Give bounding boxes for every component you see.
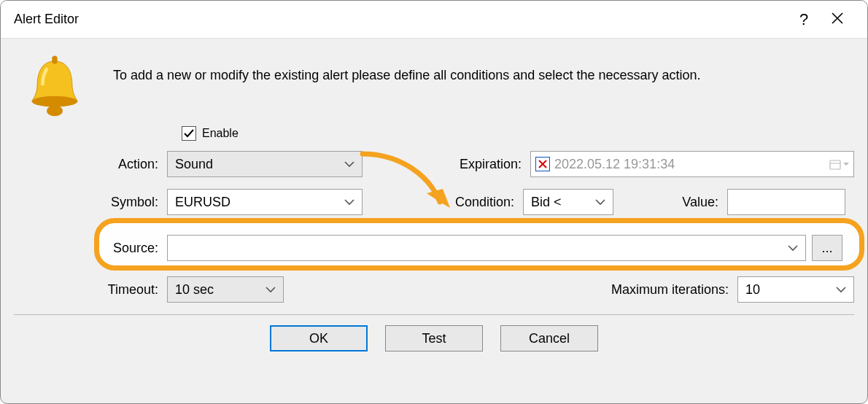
separator	[14, 314, 854, 315]
chevron-down-icon	[266, 286, 276, 293]
timeout-select[interactable]: 10 sec	[167, 276, 284, 303]
close-button[interactable]	[821, 3, 854, 36]
max-iterations-label: Maximum iterations:	[611, 282, 737, 298]
description-text: To add a new or modify the existing aler…	[113, 52, 700, 83]
value-label: Value:	[613, 195, 727, 210]
svg-rect-2	[52, 56, 57, 64]
symbol-label: Symbol:	[28, 195, 167, 210]
timeout-label: Timeout:	[28, 282, 167, 298]
titlebar: Alert Editor ?	[1, 1, 867, 39]
window-title: Alert Editor	[14, 12, 79, 27]
ellipsis-icon: ...	[821, 241, 832, 256]
bell-icon	[21, 52, 88, 119]
test-button[interactable]: Test	[385, 325, 483, 351]
ok-button[interactable]: OK	[270, 325, 368, 351]
dialog-content: To add a new or modify the existing aler…	[1, 39, 867, 362]
symbol-value: EURUSD	[175, 195, 230, 210]
timeout-value: 10 sec	[175, 282, 214, 298]
svg-point-0	[47, 106, 63, 117]
max-iterations-value: 10	[745, 282, 760, 298]
action-label: Action:	[28, 157, 167, 172]
chevron-down-icon	[344, 160, 354, 168]
source-label: Source:	[28, 241, 167, 256]
condition-select[interactable]: Bid <	[523, 189, 613, 215]
expiration-field[interactable]: 2022.05.12 19:31:34	[530, 151, 854, 177]
expiration-label: Expiration:	[363, 157, 530, 172]
x-icon	[538, 159, 548, 169]
close-icon	[831, 10, 844, 29]
max-iterations-select[interactable]: 10	[737, 276, 854, 303]
value-input[interactable]	[727, 189, 845, 215]
condition-value: Bid <	[531, 195, 562, 210]
enable-checkbox[interactable]	[182, 126, 196, 141]
condition-label: Condition:	[363, 195, 523, 210]
clear-expiration-button[interactable]	[535, 157, 550, 171]
symbol-select[interactable]: EURUSD	[167, 189, 363, 215]
help-icon: ?	[799, 10, 808, 29]
check-icon	[183, 128, 195, 139]
action-select[interactable]: Sound	[167, 151, 363, 177]
svg-rect-3	[830, 160, 840, 169]
action-value: Sound	[175, 157, 213, 172]
source-select[interactable]	[167, 235, 806, 261]
browse-button[interactable]: ...	[812, 235, 842, 261]
cancel-button[interactable]: Cancel	[500, 325, 598, 351]
expiration-value: 2022.05.12 19:31:34	[554, 157, 824, 172]
chevron-down-icon	[788, 244, 798, 252]
help-button[interactable]: ?	[787, 3, 821, 36]
alert-editor-dialog: Alert Editor ? To add a new or modify th	[0, 0, 868, 404]
svg-point-1	[32, 96, 78, 107]
calendar-icon[interactable]	[829, 158, 849, 171]
chevron-down-icon	[836, 286, 846, 293]
enable-label: Enable	[202, 127, 239, 140]
chevron-down-icon	[344, 198, 354, 206]
chevron-down-icon	[595, 198, 605, 206]
